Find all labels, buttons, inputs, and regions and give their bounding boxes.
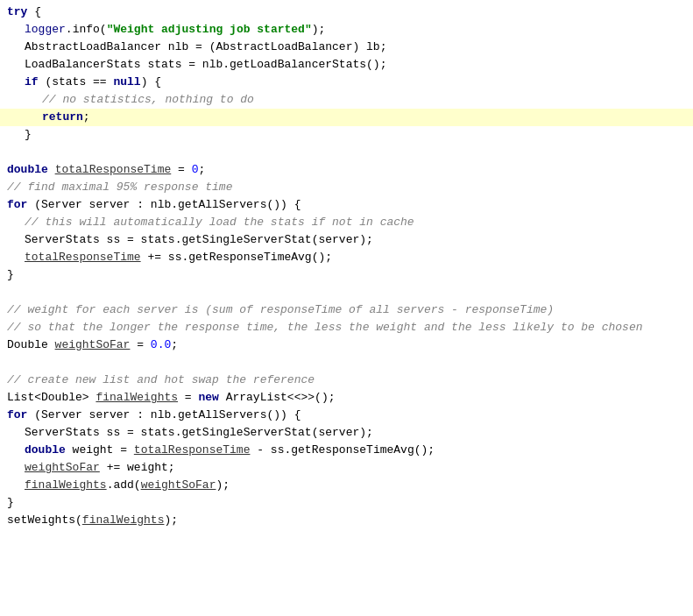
code-token: // weight for each server is (sum of res… (7, 303, 554, 316)
code-token: (Server server : nlb.getAllServers()) { (27, 198, 301, 211)
code-token: = (178, 391, 198, 404)
code-token: } (7, 268, 14, 281)
code-line: double totalResponseTime = 0; (0, 161, 693, 179)
code-token: <> (294, 391, 308, 404)
code-line: // no statistics, nothing to do (0, 91, 693, 109)
code-token: ); (312, 23, 326, 36)
code-token: weightSoFar (55, 338, 131, 351)
code-line: Double weightSoFar = 0.0; (0, 336, 693, 354)
code-line: weightSoFar += weight; (0, 459, 693, 477)
code-line: // find maximal 95% response time (0, 179, 693, 196)
code-token: try (7, 5, 27, 18)
code-token: List<Double> (7, 391, 95, 404)
code-token: ServerStats ss = stats.getSingleServerSt… (25, 426, 373, 439)
code-token: double (7, 163, 48, 176)
code-line: // create new list and hot swap the refe… (0, 372, 693, 389)
code-token: ; (83, 110, 90, 124)
code-token: new (198, 391, 218, 404)
code-token: ; (171, 338, 178, 351)
code-line (0, 144, 693, 161)
code-token: = (171, 163, 191, 176)
code-line: ServerStats ss = stats.getSingleServerSt… (0, 424, 693, 442)
code-editor: try {logger.info("Weight adjusting job s… (0, 0, 693, 616)
code-line: // so that the longer the response time,… (0, 319, 693, 336)
code-token: totalResponseTime (134, 443, 251, 457)
code-token: finalWeights (25, 478, 107, 492)
code-token: if (25, 75, 39, 89)
code-token: // find maximal 95% response time (7, 181, 232, 194)
code-token: ) { (141, 75, 161, 89)
code-token: . (66, 23, 73, 36)
code-token: ArrayList< (219, 391, 294, 404)
code-line: finalWeights.add(weightSoFar); (0, 477, 693, 494)
code-token: = (130, 338, 150, 351)
code-line: AbstractLoadBalancer nlb = (AbstractLoad… (0, 39, 693, 56)
code-token: weightSoFar (141, 478, 216, 492)
code-token (48, 163, 55, 176)
code-line: return; (0, 109, 693, 126)
code-token: >(); (308, 391, 335, 404)
code-line: List<Double> finalWeights = new ArrayLis… (0, 389, 693, 407)
code-token: weight = (66, 443, 134, 457)
code-token: += ss.getResponseTimeAvg(); (141, 251, 332, 264)
code-line: for (Server server : nlb.getAllServers()… (0, 196, 693, 214)
code-token: // create new list and hot swap the refe… (7, 373, 315, 386)
code-token: { (27, 5, 41, 18)
code-token: .add( (107, 478, 141, 492)
code-line: totalResponseTime += ss.getResponseTimeA… (0, 249, 693, 266)
code-token: 0.0 (151, 338, 171, 351)
code-token: finalWeights (82, 513, 165, 527)
code-line: try { (0, 4, 693, 21)
code-token: weightSoFar (25, 461, 100, 474)
code-token: ); (164, 513, 178, 527)
code-token: // this will automatically load the stat… (25, 216, 414, 229)
code-token: logger (25, 23, 66, 36)
code-token: totalResponseTime (25, 251, 141, 264)
code-token: LoadBalancerStats stats = nlb.getLoadBal… (25, 58, 386, 71)
code-token: totalResponseTime (55, 163, 172, 176)
code-line (0, 284, 693, 301)
code-token: finalWeights (95, 391, 178, 404)
code-token: double (25, 443, 66, 457)
code-line: if (stats == null) { (0, 74, 693, 91)
code-token: } (7, 496, 14, 509)
code-line: } (0, 494, 693, 512)
code-token: Double (7, 338, 55, 351)
code-token: return (42, 110, 83, 124)
code-line (0, 354, 693, 372)
code-token: ; (198, 163, 205, 176)
code-token: setWeights( (7, 513, 82, 527)
code-token: - ss.getResponseTimeAvg(); (250, 443, 435, 457)
code-token: null (113, 75, 140, 89)
code-token: (Server server : nlb.getAllServers()) { (27, 408, 301, 421)
code-token: ); (216, 478, 230, 492)
code-line: // this will automatically load the stat… (0, 214, 693, 231)
code-token: } (25, 128, 32, 141)
code-line: // weight for each server is (sum of res… (0, 301, 693, 319)
code-line: double weight = totalResponseTime - ss.g… (0, 442, 693, 459)
code-token: info (73, 23, 100, 36)
code-line: } (0, 266, 693, 284)
code-token: // no statistics, nothing to do (42, 93, 254, 106)
code-line: setWeights(finalWeights); (0, 512, 693, 529)
code-token: ( (100, 23, 107, 36)
code-line: } (0, 126, 693, 144)
code-token: for (7, 198, 27, 211)
code-token: ServerStats ss = stats.getSingleServerSt… (25, 233, 373, 246)
code-token: AbstractLoadBalancer nlb = (AbstractLoad… (25, 40, 386, 53)
code-token: += weight; (100, 461, 175, 474)
code-token: // so that the longer the response time,… (7, 321, 643, 334)
code-token: (stats == (39, 75, 114, 89)
code-line: LoadBalancerStats stats = nlb.getLoadBal… (0, 56, 693, 74)
code-token: for (7, 408, 27, 421)
code-line: for (Server server : nlb.getAllServers()… (0, 407, 693, 424)
code-token: "Weight adjusting job started" (107, 23, 312, 36)
code-line: logger.info("Weight adjusting job starte… (0, 21, 693, 39)
code-line: ServerStats ss = stats.getSingleServerSt… (0, 231, 693, 249)
